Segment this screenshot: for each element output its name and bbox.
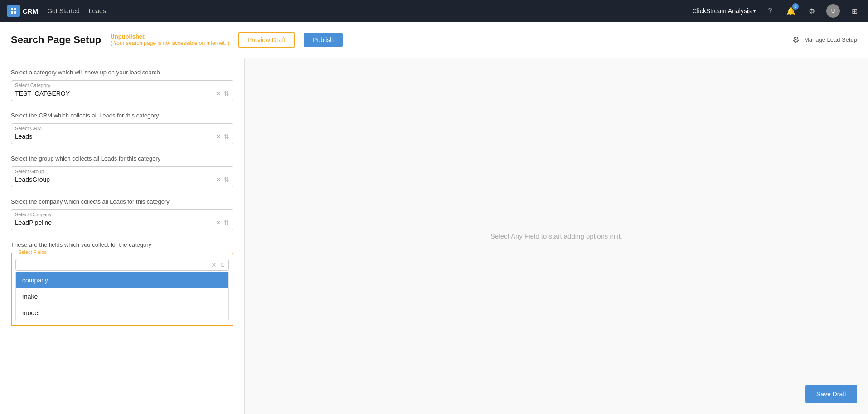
fields-outer-label: Select Fields	[16, 249, 48, 255]
category-clear-icon[interactable]: ✕	[216, 90, 221, 97]
unpublished-sub: ( Your search page is not accessible on …	[110, 40, 229, 46]
category-section: Select a category which will show up on …	[11, 69, 233, 101]
select-fields-clear-icon[interactable]: ✕	[211, 261, 217, 268]
crm-sort-icon[interactable]: ⇅	[224, 133, 229, 140]
category-field-label: Select Category.	[15, 83, 229, 88]
company-input[interactable]	[15, 218, 216, 227]
category-field-row: ✕ ⇅	[15, 89, 229, 98]
dropdown-item-make[interactable]: make	[16, 288, 228, 305]
svg-rect-3	[14, 11, 16, 14]
crm-logo-icon	[7, 5, 20, 17]
fields-outer-box: Select Fields ✕ ⇅ company make model	[11, 253, 233, 326]
topnav-crm-label: CRM	[23, 7, 38, 15]
group-field-wrapper: Select Group. ✕ ⇅	[11, 166, 233, 187]
crm-clear-icon[interactable]: ✕	[216, 133, 221, 140]
settings-icon-btn[interactable]: ⚙	[805, 5, 818, 17]
company-sort-icon[interactable]: ⇅	[224, 219, 229, 226]
notification-badge: 0	[792, 3, 799, 10]
select-fields-controls: ✕ ⇅	[211, 261, 225, 268]
category-controls: ✕ ⇅	[216, 90, 229, 97]
select-fields-sort-icon[interactable]: ⇅	[219, 261, 225, 268]
user-avatar[interactable]: U	[826, 4, 840, 18]
group-field-row: ✕ ⇅	[15, 175, 229, 184]
dropdown-item-model[interactable]: model	[16, 305, 228, 321]
save-draft-button[interactable]: Save Draft	[805, 385, 857, 403]
company-field-wrapper: Select Company. ✕ ⇅	[11, 209, 233, 230]
dropdown-item-company[interactable]: company	[16, 272, 228, 288]
crm-section-label: Select the CRM which collects all Leads …	[11, 112, 233, 119]
company-field-row: ✕ ⇅	[15, 218, 229, 227]
header-bar: Search Page Setup Unpublished ( Your sea…	[0, 22, 868, 58]
header-right: ⚙ Manage Lead Setup	[792, 35, 857, 45]
group-controls: ✕ ⇅	[216, 176, 229, 183]
manage-lead-setup-label[interactable]: Manage Lead Setup	[804, 36, 857, 43]
topnav-right: ClickStream Analysis ▾ ? 🔔 0 ⚙ U ⊞	[692, 4, 861, 18]
group-field-label: Select Group.	[15, 169, 229, 174]
fields-section-label: These are the fields which you collect f…	[11, 241, 233, 248]
topnav-leads[interactable]: Leads	[89, 7, 106, 15]
preview-draft-button[interactable]: Preview Draft	[238, 32, 295, 48]
select-fields-input[interactable]	[19, 261, 211, 268]
svg-rect-1	[14, 8, 16, 10]
topnav-get-started[interactable]: Get Started	[47, 7, 80, 15]
unpublished-block: Unpublished ( Your search page is not ac…	[110, 33, 229, 46]
category-section-label: Select a category which will show up on …	[11, 69, 233, 76]
analysis-label: ClickStream Analysis	[692, 7, 752, 15]
topnav-links: Get Started Leads	[47, 7, 106, 15]
crm-field-wrapper: Select CRM. ✕ ⇅	[11, 123, 233, 144]
gear-icon: ⚙	[809, 7, 815, 15]
group-section-label: Select the group which collects all Lead…	[11, 155, 233, 162]
company-section: Select the company which collects all Le…	[11, 198, 233, 230]
category-field-wrapper: Select Category. ✕ ⇅	[11, 80, 233, 101]
crm-section: Select the CRM which collects all Leads …	[11, 112, 233, 144]
chevron-down-icon: ▾	[753, 9, 756, 14]
group-section: Select the group which collects all Lead…	[11, 155, 233, 187]
topnav-analysis-dropdown[interactable]: ClickStream Analysis ▾	[692, 7, 756, 15]
company-section-label: Select the company which collects all Le…	[11, 198, 233, 205]
company-clear-icon[interactable]: ✕	[216, 219, 221, 226]
company-controls: ✕ ⇅	[216, 219, 229, 226]
header-gear-icon[interactable]: ⚙	[792, 35, 800, 45]
left-panel: Select a category which will show up on …	[0, 58, 245, 414]
help-icon-btn[interactable]: ?	[764, 5, 776, 17]
category-sort-icon[interactable]: ⇅	[224, 90, 229, 97]
crm-field-label: Select CRM.	[15, 126, 229, 131]
apps-icon-btn[interactable]: ⊞	[848, 5, 861, 17]
right-panel: Select Any Field to start adding options…	[245, 58, 868, 414]
category-input[interactable]	[15, 89, 216, 98]
svg-rect-2	[11, 11, 13, 14]
main-content: Select a category which will show up on …	[0, 58, 868, 414]
company-field-label: Select Company.	[15, 212, 229, 217]
grid-icon: ⊞	[852, 7, 858, 15]
crm-controls: ✕ ⇅	[216, 133, 229, 140]
page-title: Search Page Setup	[11, 34, 101, 46]
fields-dropdown-list: company make model	[15, 272, 229, 321]
unpublished-label: Unpublished	[110, 33, 229, 40]
group-sort-icon[interactable]: ⇅	[224, 176, 229, 183]
notifications-icon-btn[interactable]: 🔔 0	[785, 5, 797, 17]
crm-field-row: ✕ ⇅	[15, 132, 229, 141]
right-panel-placeholder: Select Any Field to start adding options…	[490, 232, 622, 240]
crm-input[interactable]	[15, 132, 216, 141]
topnav: CRM Get Started Leads ClickStream Analys…	[0, 0, 868, 22]
group-clear-icon[interactable]: ✕	[216, 176, 221, 183]
fields-section: These are the fields which you collect f…	[11, 241, 233, 326]
group-input[interactable]	[15, 175, 216, 184]
select-fields-input-wrapper: ✕ ⇅	[15, 259, 229, 271]
svg-rect-0	[11, 8, 13, 10]
topnav-logo[interactable]: CRM	[7, 5, 38, 17]
publish-button[interactable]: Publish	[304, 33, 343, 47]
question-icon: ?	[768, 7, 772, 15]
